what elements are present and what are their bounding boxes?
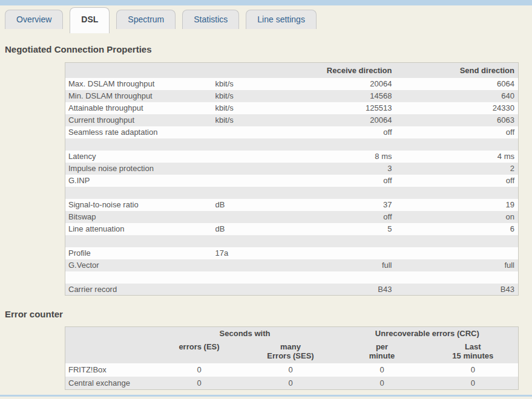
- send-value: on: [396, 211, 519, 223]
- header-group-unrecoverable-crc: Unrecoverable errors (CRC): [337, 327, 519, 340]
- spacer-row: [65, 271, 519, 284]
- spacer-cell: [396, 187, 519, 199]
- property-row-carrier-record: Carrier record B43 B43: [65, 284, 519, 296]
- spacer-cell: [215, 187, 273, 199]
- tab-spectrum[interactable]: Spectrum: [116, 10, 176, 29]
- property-label: Seamless rate adaptation: [65, 126, 215, 138]
- spacer-cell: [215, 271, 273, 284]
- property-row-current: Current throughput kbit/s 20064 6063: [65, 114, 519, 126]
- property-row-line-attenuation: Line attenuation dB 5 6: [65, 223, 519, 235]
- send-value: B43: [396, 284, 519, 296]
- error-subheader-row: errors (ES) many Errors (SES) per minute…: [65, 340, 519, 363]
- property-row-impulse-noise: Impulse noise protection 3 2: [65, 163, 519, 175]
- property-label: G.Vector: [65, 259, 215, 271]
- property-unit: [215, 284, 273, 296]
- send-value: 2: [396, 163, 519, 175]
- send-value: 19: [396, 199, 519, 211]
- property-unit: dB: [215, 199, 273, 211]
- header-group-seconds-with: Seconds with: [154, 327, 337, 340]
- error-row-fritzbox: FRITZ!Box 0 0 0 0: [65, 363, 519, 377]
- spacer-cell: [396, 235, 519, 247]
- send-value: 24330: [396, 102, 519, 114]
- send-value: 6063: [396, 114, 519, 126]
- property-unit: dB: [215, 223, 273, 235]
- receive-value: [273, 247, 396, 259]
- tab-line-settings[interactable]: Line settings: [246, 10, 317, 29]
- receive-value: 3: [273, 163, 396, 175]
- property-row-snr: Signal-to-noise ratio dB 37 19: [65, 199, 519, 211]
- error-value: 0: [337, 377, 428, 390]
- receive-value: 5: [273, 223, 396, 235]
- property-row-seamless: Seamless rate adaptation off off: [65, 126, 519, 138]
- spacer-row: [65, 235, 519, 247]
- property-unit: [215, 259, 273, 271]
- tab-overview[interactable]: Overview: [5, 10, 63, 29]
- spacer-cell: [65, 235, 215, 247]
- error-value: 0: [154, 363, 245, 377]
- header-empty-label: [65, 63, 215, 78]
- property-unit: [215, 151, 273, 163]
- property-unit: kbit/s: [215, 90, 273, 102]
- property-unit: [215, 126, 273, 138]
- send-value: 6064: [396, 78, 519, 90]
- error-row-label: FRITZ!Box: [65, 363, 154, 377]
- error-row-label: Central exchange: [65, 377, 154, 390]
- header-empty: [65, 340, 154, 363]
- header-send-direction: Send direction: [396, 63, 519, 78]
- top-accent-bar: [0, 0, 532, 5]
- property-row-profile: Profile 17a: [65, 247, 519, 259]
- property-row-attainable: Attainable throughput kbit/s 125513 2433…: [65, 102, 519, 114]
- property-label: Signal-to-noise ratio: [65, 199, 215, 211]
- receive-value: off: [273, 126, 396, 138]
- send-value: 640: [396, 90, 519, 102]
- error-value: 0: [337, 363, 428, 377]
- header-many-errors-ses: many Errors (SES): [245, 340, 337, 363]
- property-row-bitswap: Bitswap off on: [65, 211, 519, 223]
- property-label: Min. DSLAM throughput: [65, 90, 215, 102]
- error-row-central-exchange: Central exchange 0 0 0 0: [65, 377, 519, 390]
- receive-value: 8 ms: [273, 151, 396, 163]
- property-row-max-dslam: Max. DSLAM throughput kbit/s 20064 6064: [65, 78, 519, 90]
- property-unit: kbit/s: [215, 78, 273, 90]
- tab-dsl[interactable]: DSL: [70, 7, 110, 33]
- spacer-cell: [215, 235, 273, 247]
- receive-value: 14568: [273, 90, 396, 102]
- connection-properties-table: Receive direction Send direction Max. DS…: [65, 62, 519, 296]
- spacer-cell: [273, 235, 396, 247]
- receive-value: 125513: [273, 102, 396, 114]
- error-value: 0: [428, 363, 519, 377]
- header-last-15-minutes: Last 15 minutes: [428, 340, 519, 363]
- receive-value: 20064: [273, 114, 396, 126]
- property-label: G.INP: [65, 175, 215, 187]
- property-unit: 17a: [215, 247, 273, 259]
- connection-header-row: Receive direction Send direction: [65, 63, 519, 78]
- spacer-cell: [396, 138, 519, 151]
- property-row-min-dslam: Min. DSLAM throughput kbit/s 14568 640: [65, 90, 519, 102]
- spacer-cell: [65, 187, 215, 199]
- spacer-cell: [65, 138, 215, 151]
- send-value: off: [396, 175, 519, 187]
- send-value: 6: [396, 223, 519, 235]
- spacer-cell: [215, 138, 273, 151]
- receive-value: off: [273, 211, 396, 223]
- tab-bar: Overview DSL Spectrum Statistics Line se…: [5, 10, 317, 33]
- property-label: Line attenuation: [65, 223, 215, 235]
- property-row-gvector: G.Vector full full: [65, 259, 519, 271]
- spacer-cell: [273, 138, 396, 151]
- bottom-accent-bar: [0, 395, 532, 397]
- property-label: Bitswap: [65, 211, 215, 223]
- property-label: Latency: [65, 151, 215, 163]
- send-value: off: [396, 126, 519, 138]
- property-unit: [215, 163, 273, 175]
- receive-value: full: [273, 259, 396, 271]
- tab-statistics[interactable]: Statistics: [182, 10, 239, 29]
- receive-value: 20064: [273, 78, 396, 90]
- property-label: Attainable throughput: [65, 102, 215, 114]
- property-unit: kbit/s: [215, 114, 273, 126]
- error-counter-table: Seconds with Unrecoverable errors (CRC) …: [65, 326, 519, 390]
- header-empty: [65, 327, 154, 340]
- property-row-ginp: G.INP off off: [65, 175, 519, 187]
- property-label: Impulse noise protection: [65, 163, 215, 175]
- spacer-cell: [273, 271, 396, 284]
- header-receive-direction: Receive direction: [273, 63, 396, 78]
